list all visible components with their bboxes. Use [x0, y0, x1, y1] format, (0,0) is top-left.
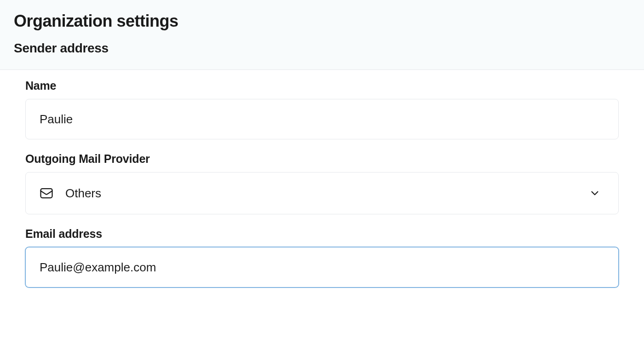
provider-group: Outgoing Mail Provider Others — [25, 152, 619, 214]
section-title: Sender address — [14, 41, 630, 56]
page-title: Organization settings — [14, 12, 630, 31]
chevron-down-icon — [589, 187, 601, 199]
sender-address-form: Name Outgoing Mail Provider Others — [0, 70, 644, 314]
provider-select[interactable]: Others — [25, 172, 619, 214]
mail-icon — [40, 186, 53, 200]
svg-rect-0 — [41, 189, 52, 198]
name-input[interactable] — [25, 99, 619, 139]
email-group: Email address — [25, 227, 619, 288]
name-label: Name — [25, 79, 619, 92]
email-label: Email address — [25, 227, 619, 241]
email-input[interactable] — [25, 247, 619, 288]
provider-selected-value: Others — [65, 186, 577, 201]
settings-header: Organization settings Sender address — [0, 0, 644, 70]
provider-label: Outgoing Mail Provider — [25, 152, 619, 166]
name-group: Name — [25, 79, 619, 139]
